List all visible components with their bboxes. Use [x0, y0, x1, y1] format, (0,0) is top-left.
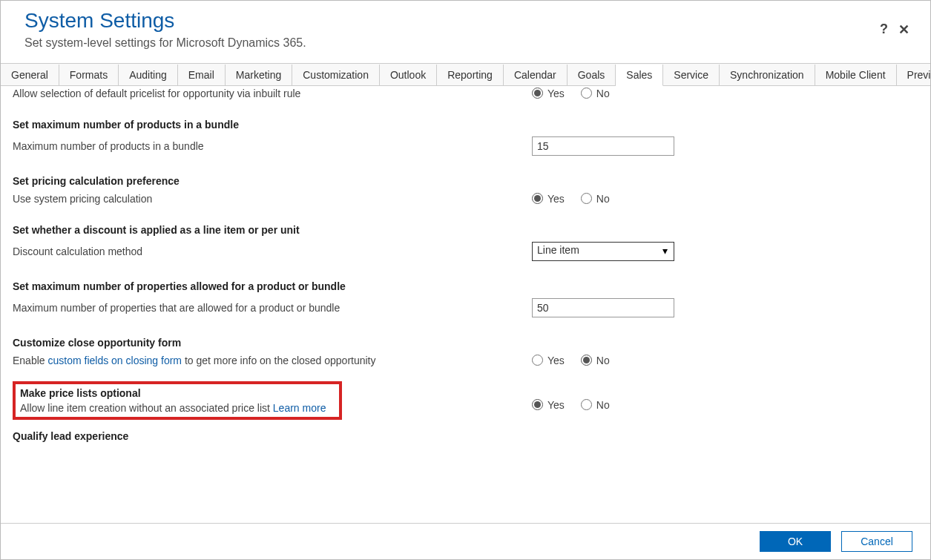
section-max-products-heading: Set maximum number of products in a bund…: [13, 119, 918, 131]
pricing-calc-radio[interactable]: Yes No: [532, 193, 610, 205]
dialog-footer: OK Cancel: [1, 523, 930, 559]
ok-button[interactable]: OK: [760, 531, 831, 552]
close-opportunity-yes[interactable]: [532, 355, 543, 366]
tab-general[interactable]: General: [1, 65, 59, 86]
tab-customization[interactable]: Customization: [292, 65, 380, 86]
custom-fields-link[interactable]: custom fields on closing form: [47, 355, 182, 366]
close-opportunity-radio[interactable]: Yes No: [532, 355, 610, 366]
close-opportunity-label: Enable custom fields on closing form to …: [13, 355, 532, 366]
pricing-calc-no[interactable]: [581, 193, 592, 204]
discount-method-select[interactable]: Line item: [532, 242, 674, 261]
default-pricelist-label: Allow selection of default pricelist for…: [13, 88, 532, 99]
max-properties-label: Maximum number of properties that are al…: [13, 302, 532, 314]
system-settings-dialog: System Settings Set system-level setting…: [0, 0, 931, 560]
tab-sales[interactable]: Sales: [616, 65, 663, 86]
discount-method-label: Discount calculation method: [13, 246, 532, 257]
tab-synchronization[interactable]: Synchronization: [720, 65, 815, 86]
tab-strip: GeneralFormatsAuditingEmailMarketingCust…: [1, 63, 930, 86]
settings-scroll-area[interactable]: Set whether the default pricelist for an…: [1, 86, 930, 523]
default-pricelist-yes[interactable]: [532, 88, 543, 99]
price-lists-optional-yes[interactable]: [532, 399, 543, 410]
price-lists-optional-radio[interactable]: Yes No: [532, 399, 610, 411]
cancel-button[interactable]: Cancel: [841, 531, 912, 552]
tab-outlook[interactable]: Outlook: [380, 65, 437, 86]
section-pricing-calc-heading: Set pricing calculation preference: [13, 175, 918, 187]
tab-calendar[interactable]: Calendar: [504, 65, 568, 86]
pricing-calc-yes[interactable]: [532, 193, 543, 204]
tab-reporting[interactable]: Reporting: [437, 65, 504, 86]
tab-auditing[interactable]: Auditing: [119, 65, 178, 86]
max-products-label: Maximum number of products in a bundle: [13, 140, 532, 152]
dialog-header: System Settings Set system-level setting…: [1, 1, 930, 63]
tab-formats[interactable]: Formats: [59, 65, 119, 86]
tab-goals[interactable]: Goals: [568, 65, 616, 86]
pricing-calc-label: Use system pricing calculation: [13, 193, 532, 205]
section-qualify-lead-heading: Qualify lead experience: [13, 430, 918, 442]
close-opportunity-no[interactable]: [581, 355, 592, 366]
help-icon[interactable]: ?: [880, 22, 888, 38]
price-lists-optional-no[interactable]: [581, 399, 592, 410]
default-pricelist-no[interactable]: [581, 88, 592, 99]
section-max-properties-heading: Set maximum number of properties allowed…: [13, 280, 918, 292]
tab-marketing[interactable]: Marketing: [226, 65, 292, 86]
price-lists-optional-label: Allow line item creation without an asso…: [20, 402, 273, 414]
tab-previews[interactable]: Previews: [897, 65, 931, 86]
max-properties-input[interactable]: [532, 298, 674, 317]
section-discount-heading: Set whether a discount is applied as a l…: [13, 224, 918, 236]
default-pricelist-radio[interactable]: Yes No: [532, 88, 610, 99]
tab-email[interactable]: Email: [178, 65, 226, 86]
tab-service[interactable]: Service: [663, 65, 720, 86]
section-close-opportunity-heading: Customize close opportunity form: [13, 337, 918, 349]
max-products-input[interactable]: [532, 136, 674, 156]
page-title: System Settings: [24, 8, 907, 33]
page-subtitle: Set system-level settings for Microsoft …: [24, 36, 907, 50]
tab-mobile-client[interactable]: Mobile Client: [815, 65, 897, 86]
learn-more-link[interactable]: Learn more: [273, 402, 326, 414]
close-icon[interactable]: ✕: [898, 22, 909, 38]
